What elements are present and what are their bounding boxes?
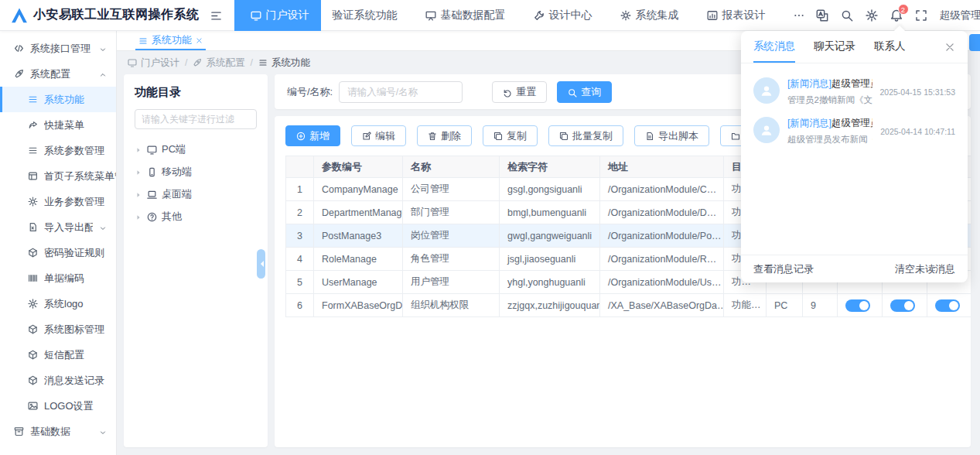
- table-cell: bmgl,bumenguanli: [500, 201, 600, 224]
- message-item[interactable]: [新闻消息]超级管理员超级管理员发布新闻《testnew1》2025-04-14…: [753, 117, 955, 145]
- sidebar-item[interactable]: 单据编码: [0, 265, 116, 291]
- breadcrumb-item[interactable]: 系统配置: [193, 56, 244, 70]
- table-cell: 岗位管理: [403, 224, 500, 248]
- tab-system-functions[interactable]: 系统功能: [135, 31, 206, 50]
- caret-right-icon[interactable]: [135, 211, 142, 223]
- popup-tab[interactable]: 聊天记录: [814, 31, 855, 63]
- nav-item[interactable]: 门户设计: [234, 0, 321, 31]
- toolbar-button[interactable]: 删除: [417, 125, 472, 146]
- table-cell: DepartmentManage: [314, 201, 403, 224]
- sidebar-item[interactable]: 业务参数管理: [0, 189, 116, 214]
- menu-fold-icon[interactable]: [210, 9, 222, 22]
- nav-item[interactable]: 基础数据配置: [409, 0, 517, 31]
- search-input[interactable]: [339, 81, 463, 103]
- table-cell: gsgl,gongsiguanli: [500, 178, 600, 201]
- table-cell: RoleManage: [314, 248, 403, 271]
- toggle-switch[interactable]: [890, 299, 915, 312]
- clear-unread-link[interactable]: 清空未读消息: [895, 262, 955, 276]
- popup-tab[interactable]: 系统消息: [753, 31, 795, 63]
- toolbar-button[interactable]: 批量复制: [548, 125, 623, 146]
- sidebar-item[interactable]: 系统logo: [0, 291, 116, 316]
- bell-icon[interactable]: 2: [890, 9, 903, 22]
- nav-item[interactable]: [777, 0, 816, 31]
- nav-item[interactable]: 验证系统功能: [321, 0, 409, 31]
- translate-icon[interactable]: [816, 9, 828, 22]
- fullscreen-icon[interactable]: [915, 9, 927, 22]
- popup-tab[interactable]: 联系人: [874, 31, 906, 63]
- sidebar-item[interactable]: 消息发送记录: [0, 368, 116, 393]
- undo-icon: [503, 86, 512, 98]
- tree-filter-input[interactable]: [135, 109, 257, 129]
- tree-node[interactable]: 其他: [135, 209, 257, 224]
- gear-icon[interactable]: [866, 9, 878, 22]
- message-title: [新闻消息]超级管理员: [787, 77, 872, 91]
- sidebar-item[interactable]: LOGO设置: [0, 393, 116, 419]
- table-cell: gwgl,gangweiguanli: [500, 224, 600, 248]
- tab-label: 系统功能: [152, 33, 192, 47]
- caret-right-icon[interactable]: [135, 166, 142, 178]
- nav-item[interactable]: 报表设计: [691, 0, 777, 31]
- panel-title: 功能目录: [135, 85, 257, 100]
- sidebar-item[interactable]: 快捷菜单: [0, 112, 116, 138]
- person-icon: [753, 117, 780, 143]
- popup-footer: 查看消息记录 清空未读消息: [741, 255, 968, 282]
- table-row[interactable]: 6FormXABaseOrgDataOp…组织机构权限zzjgqx,zuzhij…: [286, 294, 971, 317]
- table-cell: /OrganizationModule/D…: [600, 201, 724, 224]
- sidebar-item[interactable]: 导入导出配置: [0, 214, 116, 240]
- reset-button[interactable]: 重置: [492, 81, 547, 103]
- chevron-up-icon: [99, 68, 107, 80]
- table-cell: PC: [767, 294, 803, 317]
- toggle-switch[interactable]: [935, 299, 960, 312]
- current-user-label[interactable]: 超级管理员: [940, 9, 980, 22]
- view-message-log-link[interactable]: 查看消息记录: [753, 262, 814, 276]
- sidebar-item[interactable]: 系统配置: [0, 61, 116, 87]
- panel-collapse-handle[interactable]: [257, 249, 265, 279]
- message-time: 2025-04-15 15:31:53: [880, 87, 956, 97]
- breadcrumb-separator: /: [250, 57, 252, 68]
- table-cell: UserManage: [314, 271, 403, 294]
- chevron-down-icon: [99, 221, 107, 233]
- message-item[interactable]: [新闻消息]超级管理员管理员2撤销新闻《文件验证新闻》2025-04-15 15…: [753, 77, 955, 106]
- sidebar-item[interactable]: 系统参数管理: [0, 138, 116, 163]
- breadcrumb-item[interactable]: 门户设计: [128, 56, 179, 70]
- table-cell: jsgl,jiaoseguanli: [500, 248, 600, 271]
- message-title: [新闻消息]超级管理员: [787, 117, 872, 130]
- sidebar-item[interactable]: 系统接口管理: [0, 36, 116, 61]
- sidebar-item[interactable]: 系统图标管理: [0, 316, 116, 342]
- sidebar-item[interactable]: 密码验证规则: [0, 240, 116, 265]
- hidden-button-fragment[interactable]: [969, 34, 980, 51]
- message-time: 2025-04-14 10:47:11: [880, 127, 955, 136]
- tree-node[interactable]: 移动端: [135, 164, 257, 180]
- app-logo: 小安易联工业互联网操作系统: [11, 7, 200, 24]
- top-nav: 门户设计验证系统功能基础数据配置设计中心系统集成报表设计: [234, 0, 816, 31]
- caret-right-icon[interactable]: [135, 189, 142, 200]
- tree-node[interactable]: 桌面端: [135, 186, 257, 202]
- toolbar-button[interactable]: 编辑: [351, 125, 406, 146]
- column-header: 地址: [600, 156, 724, 178]
- table-cell: 功能…: [724, 294, 767, 317]
- toolbar-button[interactable]: 复制: [483, 125, 538, 146]
- table-cell: 2: [286, 201, 314, 224]
- sidebar: 系统接口管理系统配置系统功能快捷菜单系统参数管理首页子系统菜单管理业务参数管理导…: [0, 31, 117, 455]
- toolbar-button[interactable]: 导出脚本: [634, 125, 709, 146]
- close-icon[interactable]: [944, 31, 955, 63]
- table-cell: 组织机构权限: [403, 294, 500, 317]
- column-header: 参数编号: [314, 156, 403, 178]
- sidebar-item[interactable]: 系统功能: [0, 87, 116, 112]
- caret-right-icon[interactable]: [135, 144, 142, 156]
- toggle-switch[interactable]: [845, 299, 870, 312]
- message-desc: 超级管理员发布新闻《testnew1》: [787, 134, 872, 145]
- query-button[interactable]: 查询: [557, 81, 612, 103]
- sidebar-item[interactable]: 首页子系统菜单管理: [0, 163, 116, 189]
- breadcrumb-item[interactable]: 系统功能: [258, 56, 310, 70]
- table-cell: 9: [803, 294, 838, 317]
- sidebar-item[interactable]: 基础数据: [0, 419, 116, 444]
- nav-item[interactable]: 设计中心: [517, 0, 604, 31]
- sidebar-item[interactable]: 短信配置: [0, 342, 116, 368]
- tab-close-icon[interactable]: [196, 34, 203, 46]
- nav-item[interactable]: 系统集成: [604, 0, 691, 31]
- toolbar-button[interactable]: 新增: [285, 125, 340, 146]
- search-icon[interactable]: [841, 9, 853, 22]
- tree-node[interactable]: PC端: [135, 142, 257, 157]
- toggle-cell: [927, 294, 971, 317]
